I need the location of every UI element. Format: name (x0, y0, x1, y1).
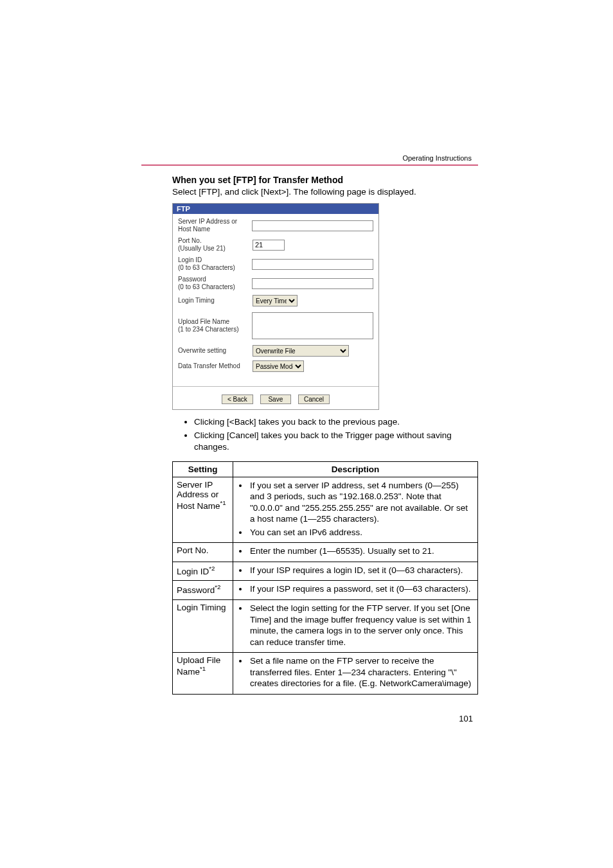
label-overwrite: Overwrite setting (178, 347, 253, 355)
intro-text: Select [FTP], and click [Next>]. The fol… (172, 187, 478, 197)
select-timing[interactable]: Every Time (253, 295, 298, 306)
header-divider (141, 164, 478, 166)
label-server: Server IP Address or Host Name (178, 218, 252, 233)
table-header-row: Setting Description (173, 461, 478, 477)
table-row: Port No. Enter the number (1—65535). Usu… (173, 543, 478, 562)
button-row: < Back Save Cancel (173, 391, 378, 409)
label-timing: Login Timing (178, 297, 253, 305)
field-row-timing: Login Timing Every Time (178, 295, 373, 306)
desc-item: Enter the number (1—65535). Usually set … (249, 545, 474, 557)
field-row-overwrite: Overwrite setting Overwrite File (178, 345, 373, 357)
field-row-login: Login ID (0 to 63 Characters) (178, 256, 373, 272)
label-password: Password (0 to 63 Characters) (178, 276, 252, 291)
desc-item: If you set a server IP address, set 4 nu… (249, 480, 474, 525)
input-login[interactable] (252, 259, 373, 270)
field-row-password: Password (0 to 63 Characters) (178, 276, 373, 291)
cell-description: If your ISP requires a login ID, set it … (233, 562, 478, 581)
field-row-server: Server IP Address or Host Name (178, 218, 373, 233)
th-setting: Setting (173, 461, 233, 477)
header-label: Operating Instructions (0, 154, 613, 164)
desc-item: You can set an IPv6 address. (249, 527, 474, 538)
cell-setting: Port No. (173, 543, 233, 562)
input-password[interactable] (252, 278, 373, 289)
label-login: Login ID (0 to 63 Characters) (178, 256, 252, 272)
table-row: Upload File Name*1 Set a file name on th… (173, 653, 478, 695)
form-title: FTP (173, 204, 378, 214)
label-upload: Upload File Name (1 to 234 Characters) (178, 318, 252, 333)
desc-item: If your ISP requires a login ID, set it … (249, 565, 474, 576)
settings-table: Setting Description Server IP Address or… (172, 461, 478, 695)
desc-item: Set a file name on the FTP server to rec… (249, 655, 474, 689)
desc-item: If your ISP requires a password, set it … (249, 583, 474, 595)
textarea-upload[interactable] (252, 312, 373, 339)
note-item: Clicking [Cancel] takes you back to the … (194, 430, 478, 453)
note-item: Clicking [<Back] takes you back to the p… (194, 416, 478, 428)
table-row: Login ID*2 If your ISP requires a login … (173, 562, 478, 581)
ftp-form-panel: FTP Server IP Address or Host Name Port … (172, 203, 379, 410)
cell-description: Enter the number (1—65535). Usually set … (233, 543, 478, 562)
field-row-upload: Upload File Name (1 to 234 Characters) (178, 310, 373, 341)
cancel-button[interactable]: Cancel (298, 394, 330, 404)
cell-setting: Password*2 (173, 581, 233, 600)
label-port: Port No. (Usually Use 21) (178, 237, 253, 252)
form-body: Server IP Address or Host Name Port No. … (173, 214, 378, 380)
page-content: When you set [FTP] for Transfer Method S… (0, 175, 613, 695)
cell-setting: Upload File Name*1 (173, 653, 233, 695)
cell-description: Select the login setting for the FTP ser… (233, 600, 478, 653)
label-transfer: Data Transfer Method (178, 362, 253, 370)
table-row: Password*2 If your ISP requires a passwo… (173, 581, 478, 600)
table-row: Login Timing Select the login setting fo… (173, 600, 478, 653)
notes-list: Clicking [<Back] takes you back to the p… (194, 416, 478, 454)
input-server[interactable] (252, 220, 373, 231)
cell-description: If your ISP requires a password, set it … (233, 581, 478, 600)
page-number: 101 (0, 714, 613, 723)
select-overwrite[interactable]: Overwrite File (253, 345, 349, 357)
form-separator (173, 386, 378, 387)
input-port[interactable] (253, 240, 285, 251)
cell-description: If you set a server IP address, set 4 nu… (233, 477, 478, 543)
cell-setting: Login ID*2 (173, 562, 233, 581)
section-title: When you set [FTP] for Transfer Method (172, 175, 478, 185)
table-row: Server IP Address or Host Name*1 If you … (173, 477, 478, 543)
back-button[interactable]: < Back (222, 394, 253, 404)
save-button[interactable]: Save (260, 394, 291, 404)
cell-setting: Server IP Address or Host Name*1 (173, 477, 233, 543)
th-description: Description (233, 461, 478, 477)
select-transfer[interactable]: Passive Mode (253, 360, 304, 372)
desc-item: Select the login setting for the FTP ser… (249, 603, 474, 648)
field-row-transfer: Data Transfer Method Passive Mode (178, 360, 373, 372)
field-row-port: Port No. (Usually Use 21) (178, 237, 373, 252)
cell-setting: Login Timing (173, 600, 233, 653)
cell-description: Set a file name on the FTP server to rec… (233, 653, 478, 695)
